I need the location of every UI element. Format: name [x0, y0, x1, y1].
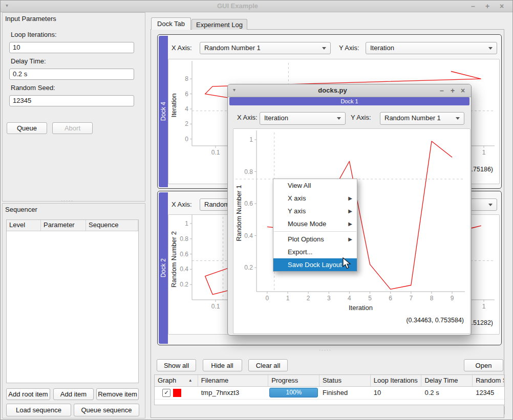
x-tick-label: 6: [389, 295, 392, 302]
progress-cell: 100%: [268, 387, 319, 399]
menu-item-plot-options[interactable]: Plot Options▶: [273, 233, 357, 246]
menu-item-view-all[interactable]: View All: [273, 179, 357, 192]
y-tick-label: 4: [185, 105, 188, 113]
column-header-delay-time[interactable]: Delay Time: [421, 375, 473, 386]
queue-button[interactable]: Queue: [7, 122, 47, 134]
maximize-button[interactable]: +: [448, 86, 457, 95]
splitter-handle[interactable]: ·····: [61, 198, 74, 203]
floating-window-title: docks.py: [228, 86, 437, 94]
delay-time-label: Delay Time:: [11, 57, 46, 65]
random-seed-input[interactable]: 12345: [9, 95, 134, 106]
minimize-button[interactable]: –: [467, 2, 479, 11]
dock1-x-axis-value: Iteration: [264, 114, 288, 122]
dock4-x-axis-select[interactable]: Random Number 1: [200, 42, 331, 54]
load-sequence-button[interactable]: Load sequence: [6, 404, 71, 416]
close-button[interactable]: ×: [496, 2, 507, 11]
y-tick-label: 6: [185, 91, 188, 98]
column-header-status[interactable]: Status: [319, 375, 371, 386]
tab-experiment-log[interactable]: Experiment Log: [191, 19, 247, 30]
close-button[interactable]: ×: [458, 86, 467, 95]
maximize-button[interactable]: +: [482, 2, 493, 11]
dock1-x-axis-select[interactable]: Iteration: [260, 112, 346, 125]
loop-iterations-cell: 10: [371, 387, 422, 399]
hide-all-button[interactable]: Hide all: [203, 359, 242, 371]
remove-item-button[interactable]: Remove item: [96, 388, 139, 400]
status-cell: Finished: [319, 387, 371, 399]
random-seed-cell: 12345: [473, 387, 504, 399]
add-item-button[interactable]: Add item: [53, 388, 94, 400]
dock4-x-axis-value: Random Number 1: [204, 44, 261, 52]
menu-item-x-axis[interactable]: X axis▶: [273, 192, 357, 205]
menu-item-mouse-mode[interactable]: Mouse Mode▶: [273, 217, 357, 230]
minimize-button[interactable]: –: [437, 86, 446, 95]
graph-visible-checkbox[interactable]: ✓: [162, 389, 170, 397]
y-tick-label: 0.6: [180, 251, 188, 258]
submenu-arrow-icon: ▶: [348, 233, 352, 246]
dock-4-label: Dock 4: [160, 102, 167, 121]
abort-button[interactable]: Abort: [52, 122, 93, 134]
sequencer-table-header: LevelParameterSequence: [7, 220, 138, 231]
y-tick-label: 8: [185, 75, 188, 82]
seq-column-parameter[interactable]: Parameter: [41, 220, 86, 231]
seq-column-level[interactable]: Level: [7, 220, 41, 231]
dock1-y-axis-label: Y Axis:: [351, 114, 371, 121]
seq-column-sequence[interactable]: Sequence: [86, 220, 138, 231]
submenu-arrow-icon: ▶: [348, 217, 352, 230]
dock4-y-axis-select[interactable]: Iteration: [366, 42, 497, 54]
menu-separator: [274, 231, 356, 232]
chevron-down-icon: [488, 47, 493, 50]
y-tick-label: 1: [185, 220, 188, 227]
splitter-handle[interactable]: ·····: [319, 347, 332, 352]
mouse-cursor-icon: [343, 257, 354, 270]
dock-1-handle[interactable]: Dock 1: [229, 97, 469, 105]
window-titlebar[interactable]: ▾ GUI Example – + ×: [1, 1, 512, 12]
dock1-y-axis-select[interactable]: Random Number 1: [380, 112, 464, 125]
column-header-progress[interactable]: Progress: [268, 375, 319, 386]
column-header-loop-iterations[interactable]: Loop Iterations: [371, 375, 422, 386]
table-row[interactable]: ✓tmp_7hnxzt3100%Finished100.2 s12345: [155, 387, 504, 400]
delay-time-input[interactable]: 0.2 s: [9, 69, 134, 80]
x-tick-label: 5: [368, 295, 372, 302]
dock1-x-axis-label: X Axis:: [237, 114, 258, 121]
column-header-random-s[interactable]: Random S: [473, 375, 504, 386]
x-tick-label: 1: [482, 149, 486, 156]
y-tick-label: 0.8: [244, 168, 253, 175]
clear-all-button[interactable]: Clear all: [248, 359, 288, 371]
y-tick-label: 0.4: [244, 232, 253, 239]
queue-sequence-button[interactable]: Queue sequence: [74, 404, 139, 416]
loop-iterations-input[interactable]: 10: [9, 42, 134, 53]
y-tick-label: 0.4: [180, 266, 188, 273]
y-tick-label: 2: [185, 120, 188, 127]
floating-window-titlebar[interactable]: ▾ docks.py – + ×: [228, 84, 471, 97]
y-axis-title: Random Number 2: [170, 231, 178, 288]
chevron-down-icon: [322, 47, 326, 50]
show-all-button[interactable]: Show all: [157, 359, 196, 371]
sequencer-table[interactable]: LevelParameterSequence: [6, 219, 139, 383]
menu-item-y-axis[interactable]: Y axis▶: [273, 205, 357, 217]
y-tick-label: 0: [185, 136, 188, 143]
x-axis-title: Iteration: [349, 304, 373, 312]
dock-2-handle[interactable]: Dock 2: [159, 192, 168, 344]
random-seed-label: Random Seed:: [11, 84, 55, 92]
loop-iterations-label: Loop Iterations:: [11, 31, 57, 38]
open-button[interactable]: Open: [464, 359, 503, 371]
dock4-y-axis-label: Y Axis:: [339, 44, 359, 52]
column-header-filename[interactable]: Filename: [198, 375, 269, 386]
results-table-header: Graph ▲FilenameProgressStatusLoop Iterat…: [155, 375, 504, 387]
column-header-graph[interactable]: Graph ▲: [155, 375, 198, 386]
chevron-down-icon: [337, 117, 341, 120]
dock-1-label: Dock 1: [340, 98, 358, 104]
dock-4-handle[interactable]: Dock 4: [159, 36, 168, 187]
add-root-item-button[interactable]: Add root item: [6, 388, 50, 400]
chevron-down-icon: [488, 204, 493, 206]
results-table-body: ✓tmp_7hnxzt3100%Finished100.2 s12345: [155, 387, 504, 400]
cursor-coordinates-label: (0.34463, 0.753584): [406, 317, 464, 324]
sequencer-panel: Sequencer LevelParameterSequence Add roo…: [2, 203, 145, 418]
trace-color-swatch[interactable]: [173, 389, 181, 397]
application-window: ▾ GUI Example – + × Input Parameters Loo…: [0, 0, 513, 420]
x-tick-label: 0.1: [211, 303, 220, 310]
window-title: GUI Example: [1, 2, 475, 10]
y-tick-label: 1: [249, 136, 253, 143]
menu-item-export[interactable]: Export...: [273, 246, 357, 258]
tab-dock-tab[interactable]: Dock Tab: [151, 17, 191, 30]
